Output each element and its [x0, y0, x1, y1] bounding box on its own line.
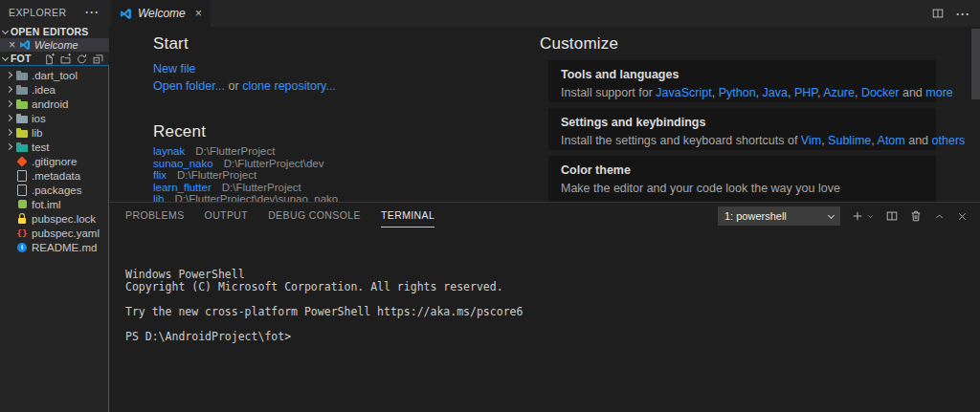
explorer-header: EXPLORER — [0, 0, 109, 25]
shell-select-value: 1: powershell — [724, 210, 787, 222]
new-folder-icon[interactable] — [59, 53, 72, 65]
chevron-right-icon — [6, 143, 12, 150]
chevron-right-icon — [6, 86, 12, 93]
tree-item[interactable]: .idea — [0, 82, 108, 97]
tree-item[interactable]: lib — [0, 125, 108, 140]
vscode-logo-icon — [120, 8, 132, 20]
tree-item-label: README.md — [32, 242, 97, 253]
tree-item[interactable]: .packages — [0, 183, 108, 197]
editor-scrollbar-thumb[interactable] — [971, 29, 980, 99]
tree-item-label: android — [32, 98, 68, 110]
panel-tab[interactable]: OUTPUT — [205, 203, 249, 228]
split-editor-icon[interactable] — [931, 7, 945, 20]
card-link-segment[interactable]: others — [932, 134, 966, 147]
panel-tab[interactable]: PROBLEMS — [125, 203, 185, 228]
close-icon[interactable] — [195, 7, 202, 20]
tree-item[interactable]: .gitignore — [0, 154, 108, 168]
tree-item[interactable]: android — [0, 97, 108, 111]
tree-item[interactable]: ios — [0, 111, 108, 125]
new-terminal-button[interactable] — [851, 209, 875, 223]
card-link-segment[interactable]: Docker — [861, 86, 900, 99]
open-editor-item-welcome[interactable]: Welcome — [0, 38, 109, 52]
start-link-segment: or — [225, 79, 242, 93]
folder-section-label: FOT — [11, 53, 32, 64]
tree-item-label: .dart_tool — [32, 70, 78, 81]
card-link-segment[interactable]: PHP — [794, 86, 817, 99]
card-title: Tools and languages — [561, 68, 924, 81]
tree-item-label: .packages — [32, 184, 81, 196]
chevron-down-icon — [828, 211, 835, 218]
tree-item[interactable]: pubspec.yaml — [0, 226, 108, 240]
customize-section: Customize — [540, 34, 618, 54]
tree-item[interactable]: fot.iml — [0, 197, 108, 211]
git-icon — [15, 155, 29, 167]
tree-item-label: ios — [32, 113, 46, 124]
panel-tab[interactable]: TERMINAL — [381, 203, 434, 228]
start-link-segment[interactable]: clone repository... — [242, 79, 336, 93]
refresh-icon[interactable] — [76, 53, 88, 65]
explorer-more-actions-icon[interactable] — [85, 6, 100, 19]
card-link-segment[interactable]: Sublime — [828, 134, 871, 147]
panel-tab[interactable]: DEBUG CONSOLE — [268, 203, 361, 228]
tree-item[interactable]: README.md — [0, 240, 108, 254]
close-panel-icon[interactable] — [956, 210, 969, 223]
chevron-right-icon — [6, 115, 12, 121]
card-link-segment[interactable]: Azure — [823, 86, 855, 99]
tree-item-label: .idea — [32, 84, 56, 96]
folder-icon — [15, 141, 29, 153]
tab-welcome[interactable]: Welcome — [111, 0, 211, 27]
recent-link[interactable]: laynak — [153, 145, 185, 158]
start-heading: Start — [153, 34, 336, 54]
terminal-shell-select[interactable]: 1: powershell — [718, 206, 840, 226]
recent-link[interactable]: flix — [153, 169, 167, 182]
tree-item-label: test — [32, 141, 50, 153]
card-settings-and-keybindings[interactable]: Settings and keybindings Install the set… — [548, 108, 936, 150]
close-icon[interactable] — [9, 39, 15, 51]
card-color-theme[interactable]: Color theme Make the editor and your cod… — [548, 156, 936, 202]
new-file-icon[interactable] — [43, 53, 56, 65]
new-file-link[interactable]: New file — [153, 62, 195, 76]
terminal-line: Copyright (C) Microsoft Corporation. All… — [125, 281, 523, 293]
tree-item[interactable]: pubspec.lock — [0, 211, 108, 226]
card-link-segment: Install the settings and keyboard shortc… — [561, 134, 801, 147]
split-terminal-icon[interactable] — [885, 209, 899, 223]
collapse-all-icon[interactable] — [92, 53, 104, 65]
recent-link[interactable]: learn_flutter — [153, 182, 212, 194]
card-link-segment[interactable]: more — [925, 86, 952, 99]
maximize-panel-icon[interactable] — [933, 210, 946, 223]
card-link-segment: , — [756, 86, 763, 99]
folder-section-header[interactable]: FOT — [0, 52, 109, 65]
welcome-page: Start New file Open folder... or clone r… — [109, 27, 980, 202]
editor-more-actions-icon[interactable] — [956, 5, 970, 22]
card-link-segment[interactable]: Java — [763, 86, 788, 99]
recent-path: D:\FlutterProject — [195, 145, 275, 158]
tree-item[interactable]: .metadata — [0, 168, 108, 183]
card-tools-and-languages[interactable]: Tools and languages Install support for … — [548, 60, 936, 102]
card-link-segment: and — [899, 86, 925, 99]
start-link-segment[interactable]: Open folder... — [153, 79, 225, 93]
folder-icon — [15, 126, 29, 139]
tree-item[interactable]: test — [0, 140, 108, 154]
terminal-controls: 1: powershell — [718, 206, 969, 226]
recent-link[interactable]: sunao_nako — [153, 158, 213, 170]
card-link-segment[interactable]: Python — [719, 86, 756, 99]
card-link-segment[interactable]: JavaScript — [656, 86, 711, 99]
plus-icon — [851, 209, 864, 223]
chevron-down-icon — [866, 212, 875, 221]
recent-link[interactable]: lib — [153, 193, 165, 202]
intellij-module-icon — [15, 198, 29, 210]
card-link-segment: , — [712, 86, 719, 99]
chevron-down-icon — [2, 54, 9, 60]
terminal-output[interactable]: Windows PowerShellCopyright (C) Microsof… — [125, 231, 523, 343]
recent-item: learn_flutter D:\FlutterProject — [153, 182, 338, 194]
recent-path: D:\FlutterProject — [222, 182, 301, 194]
card-link-segment: , — [788, 86, 794, 99]
recent-item: sunao_nako D:\FlutterProject\dev — [153, 158, 338, 170]
card-link-segment[interactable]: Atom — [878, 134, 905, 147]
card-link-segment[interactable]: Vim — [801, 134, 821, 147]
recent-item: flix D:\FlutterProject — [153, 169, 338, 182]
readme-info-icon — [15, 241, 29, 253]
open-editors-header[interactable]: OPEN EDITORS — [0, 25, 109, 38]
tree-item[interactable]: .dart_tool — [0, 68, 108, 82]
kill-terminal-trash-icon[interactable] — [909, 209, 923, 223]
